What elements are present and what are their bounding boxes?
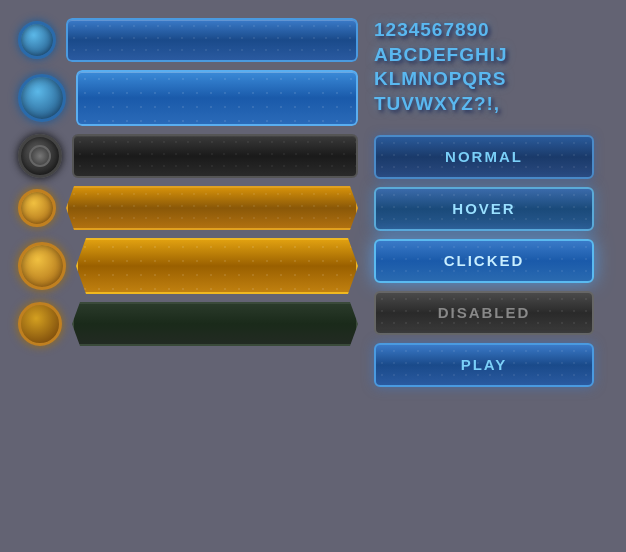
state-btn-disabled: DISABLED (374, 291, 594, 335)
btn-gold-1[interactable] (66, 186, 358, 230)
btn-dark-1[interactable] (72, 134, 358, 178)
circle-dark-1 (18, 134, 62, 178)
circle-gold-outline-1 (18, 302, 62, 346)
circle-dark-inner-1 (29, 145, 51, 167)
state-btn-play[interactable]: PLAY (374, 343, 594, 387)
btn-gold-inner-1 (66, 186, 358, 230)
circle-gold-small-1 (18, 189, 56, 227)
btn-gold-tall-1[interactable] (76, 238, 358, 294)
circle-gold-large-1 (18, 242, 66, 290)
font-display: 1234567890 ABCDEFGHIJ KLMNOPQRS TUVWXYZ?… (374, 18, 594, 117)
state-btn-normal-label: NORMAL (445, 148, 523, 165)
row-5 (18, 238, 358, 294)
row-4 (18, 186, 358, 230)
state-btn-hover[interactable]: HOVER (374, 187, 594, 231)
btn-dark-inner-1 (72, 134, 358, 178)
font-line-2: ABCDEFGHIJ (374, 43, 594, 68)
circle-blue-large-1 (18, 74, 66, 122)
state-btn-clicked[interactable]: CLICKED (374, 239, 594, 283)
state-btn-normal[interactable]: NORMAL (374, 135, 594, 179)
state-btn-disabled-label: DISABLED (438, 304, 531, 321)
left-panel (18, 18, 358, 534)
row-3 (18, 134, 358, 178)
btn-blue-tall-inner-1 (76, 70, 358, 126)
btn-dark-plain-1[interactable] (72, 302, 358, 346)
btn-blue-inner-1 (66, 18, 358, 62)
state-btn-hover-label: HOVER (452, 200, 515, 217)
state-btn-play-label: PLAY (461, 356, 508, 373)
circle-blue-small-1 (18, 21, 56, 59)
main-container: 1234567890 ABCDEFGHIJ KLMNOPQRS TUVWXYZ?… (0, 0, 626, 552)
state-btn-clicked-label: CLICKED (444, 252, 525, 269)
row-2 (18, 70, 358, 126)
state-buttons-panel: NORMAL HOVER CLICKED DISABLED PLAY (374, 135, 594, 387)
font-line-4: TUVWXYZ?!, (374, 92, 594, 117)
row-6 (18, 302, 358, 346)
font-line-1: 1234567890 (374, 18, 594, 43)
font-line-3: KLMNOPQRS (374, 67, 594, 92)
right-panel: 1234567890 ABCDEFGHIJ KLMNOPQRS TUVWXYZ?… (374, 18, 594, 534)
btn-gold-tall-inner-1 (76, 238, 358, 294)
btn-blue-sm-1[interactable] (66, 18, 358, 62)
row-1 (18, 18, 358, 62)
btn-dark-plain-inner-1 (72, 302, 358, 346)
btn-blue-tall-1[interactable] (76, 70, 358, 126)
